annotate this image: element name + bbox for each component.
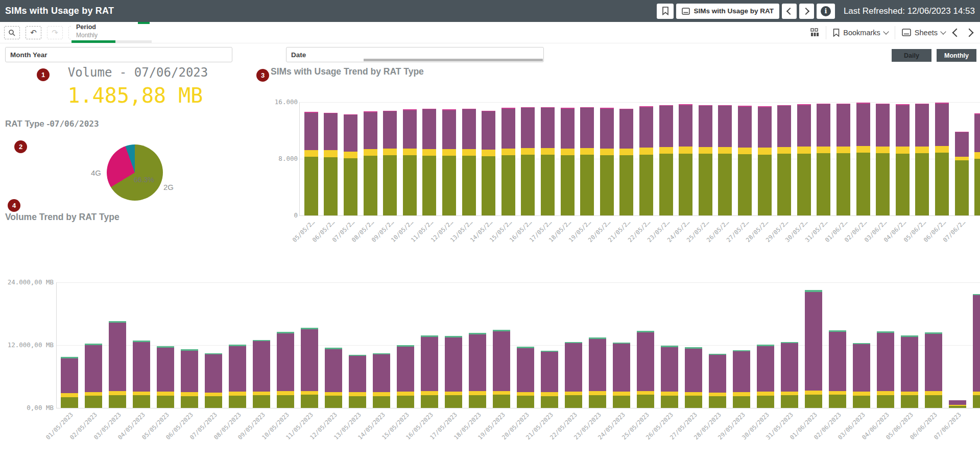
stacked-bar[interactable] bbox=[685, 347, 702, 408]
stacked-bar[interactable] bbox=[805, 290, 822, 408]
stacked-bar[interactable] bbox=[421, 335, 438, 408]
stacked-bar[interactable] bbox=[109, 321, 126, 408]
stacked-bar[interactable] bbox=[561, 108, 575, 215]
stacked-bar[interactable] bbox=[541, 107, 555, 215]
stacked-bar[interactable] bbox=[301, 328, 318, 408]
stacked-bar[interactable] bbox=[373, 353, 390, 408]
stacked-bar[interactable] bbox=[877, 331, 894, 408]
stacked-bar[interactable] bbox=[469, 333, 486, 408]
stacked-bar[interactable] bbox=[637, 331, 654, 408]
bar-segment-purple bbox=[925, 334, 942, 391]
stacked-bar[interactable] bbox=[955, 132, 969, 215]
stacked-bar[interactable] bbox=[364, 111, 377, 215]
scrollbar-thumb[interactable] bbox=[364, 59, 543, 61]
bar-segment-yellow bbox=[757, 392, 774, 396]
stacked-bar[interactable] bbox=[580, 107, 594, 215]
smart-search-button[interactable] bbox=[4, 26, 20, 39]
stacked-bar[interactable] bbox=[541, 351, 558, 408]
stacked-bar[interactable] bbox=[349, 355, 366, 408]
stacked-bar[interactable] bbox=[659, 105, 673, 215]
stacked-bar[interactable] bbox=[521, 107, 535, 215]
stacked-bar[interactable] bbox=[733, 350, 750, 408]
stacked-bar[interactable] bbox=[304, 112, 318, 215]
stacked-bar[interactable] bbox=[718, 105, 732, 215]
stacked-bar[interactable] bbox=[661, 346, 678, 408]
stacked-bar[interactable] bbox=[836, 104, 850, 215]
bar-segment-purple bbox=[133, 342, 150, 391]
previous-sheet-button[interactable] bbox=[782, 4, 797, 19]
stacked-bar[interactable] bbox=[757, 345, 774, 408]
stacked-bar[interactable] bbox=[935, 103, 949, 215]
stacked-bar[interactable] bbox=[565, 342, 582, 408]
stacked-bar[interactable] bbox=[589, 337, 606, 408]
stacked-bar[interactable] bbox=[205, 353, 222, 408]
next-sheet-arrow[interactable] bbox=[966, 30, 974, 36]
stacked-bar[interactable] bbox=[397, 345, 414, 408]
stacked-bar[interactable] bbox=[758, 106, 772, 215]
stacked-bar[interactable] bbox=[709, 354, 726, 408]
stacked-bar[interactable] bbox=[639, 106, 653, 215]
stacked-bar[interactable] bbox=[324, 113, 338, 215]
stacked-bar[interactable] bbox=[797, 104, 811, 215]
stacked-bar[interactable] bbox=[181, 349, 198, 408]
stacked-bar[interactable] bbox=[699, 105, 712, 215]
stacked-bar[interactable] bbox=[974, 113, 980, 215]
current-sheet-button[interactable]: SIMs with Usage by RAT bbox=[676, 4, 779, 19]
stacked-bar[interactable] bbox=[133, 341, 150, 408]
date-filter-scrollbar[interactable] bbox=[287, 59, 543, 61]
info-button[interactable]: i bbox=[817, 4, 835, 19]
rat-type-pie-chart[interactable] bbox=[107, 144, 163, 201]
previous-sheet-arrow[interactable] bbox=[952, 30, 960, 36]
stacked-bar[interactable] bbox=[896, 104, 910, 215]
stacked-bar[interactable] bbox=[619, 109, 633, 216]
bookmark-button[interactable] bbox=[657, 4, 674, 19]
stacked-bar[interactable] bbox=[344, 114, 357, 215]
stacked-bar[interactable] bbox=[85, 344, 102, 408]
next-sheet-button[interactable] bbox=[799, 4, 814, 19]
redo-selection-button[interactable]: ↷ bbox=[47, 26, 63, 39]
stacked-bar[interactable] bbox=[442, 109, 456, 215]
stacked-bar[interactable] bbox=[777, 105, 791, 215]
stacked-bar[interactable] bbox=[383, 111, 397, 215]
sheets-menu[interactable]: Sheets bbox=[902, 29, 945, 37]
stacked-bar[interactable] bbox=[445, 336, 462, 408]
stacked-bar[interactable] bbox=[901, 335, 918, 408]
app-objects-button[interactable] bbox=[810, 28, 819, 37]
bar-segment-yellow bbox=[301, 391, 318, 395]
stacked-bar[interactable] bbox=[856, 103, 870, 215]
stacked-bar[interactable] bbox=[482, 111, 495, 215]
stacked-bar[interactable] bbox=[600, 108, 614, 215]
stacked-bar[interactable] bbox=[853, 343, 870, 408]
stacked-bar[interactable] bbox=[61, 357, 78, 408]
stacked-bar[interactable] bbox=[973, 294, 980, 408]
stacked-bar[interactable] bbox=[253, 340, 270, 408]
stacked-bar[interactable] bbox=[422, 109, 436, 216]
stacked-bar[interactable] bbox=[781, 342, 798, 408]
stacked-bar[interactable] bbox=[829, 330, 846, 408]
undo-selection-button[interactable]: ↶ bbox=[26, 26, 41, 39]
kpi-title: Volume - 07/06/2023 bbox=[54, 65, 222, 80]
stacked-bar[interactable] bbox=[925, 332, 942, 408]
stacked-bar[interactable] bbox=[157, 346, 174, 408]
daily-toggle-button[interactable]: Daily bbox=[892, 49, 931, 62]
stacked-bar[interactable] bbox=[325, 348, 342, 408]
stacked-bar[interactable] bbox=[613, 343, 630, 408]
stacked-bar[interactable] bbox=[738, 106, 752, 215]
stacked-bar[interactable] bbox=[462, 109, 476, 216]
bookmarks-menu[interactable]: Bookmarks bbox=[833, 29, 888, 37]
stacked-bar[interactable] bbox=[517, 347, 534, 408]
stacked-bar[interactable] bbox=[277, 332, 294, 408]
stacked-bar[interactable] bbox=[501, 108, 515, 215]
stacked-bar[interactable] bbox=[949, 400, 966, 408]
stacked-bar[interactable] bbox=[679, 104, 692, 215]
monthly-toggle-button[interactable]: Monthly bbox=[937, 49, 976, 62]
date-filter[interactable]: Date bbox=[286, 47, 544, 62]
stacked-bar[interactable] bbox=[493, 330, 510, 408]
stacked-bar[interactable] bbox=[403, 109, 417, 215]
month-year-filter[interactable]: Month Year bbox=[5, 47, 232, 62]
stacked-bar[interactable] bbox=[817, 104, 830, 215]
stacked-bar[interactable] bbox=[876, 104, 890, 215]
stacked-bar[interactable] bbox=[915, 104, 929, 215]
stacked-bar[interactable] bbox=[229, 345, 246, 408]
selection-chip-period[interactable]: Period Monthly bbox=[71, 22, 152, 43]
